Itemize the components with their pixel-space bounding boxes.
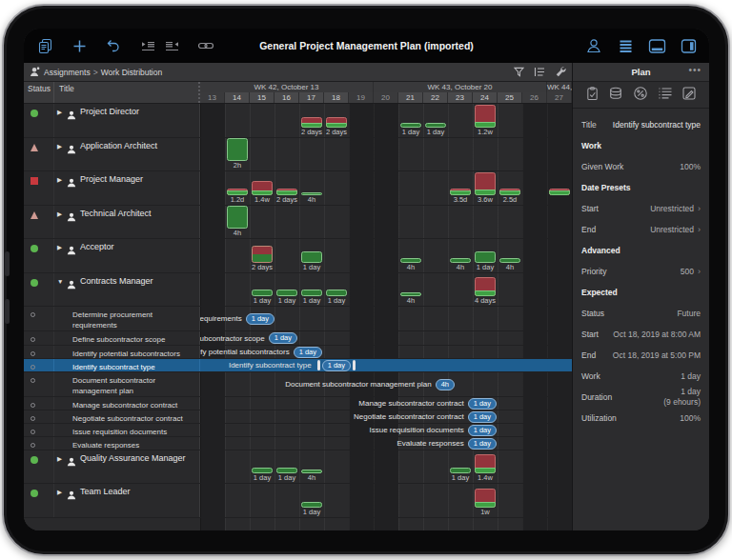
workload-bar-label: 4h bbox=[485, 263, 535, 272]
workload-bar-label: 2h bbox=[213, 161, 262, 170]
workload-bar[interactable] bbox=[475, 454, 496, 473]
view-list-icon[interactable] bbox=[534, 64, 545, 81]
resource-row[interactable]: ▶Project Director2 days2 days1 day1 day1… bbox=[24, 104, 572, 138]
link-icon[interactable] bbox=[196, 36, 215, 55]
show-inspector-icon[interactable] bbox=[679, 36, 698, 55]
disclosure-triangle[interactable]: ▶ bbox=[57, 109, 67, 116]
workload-bar[interactable] bbox=[326, 290, 347, 296]
completion-inspector-icon[interactable] bbox=[633, 86, 648, 105]
workload-bar[interactable] bbox=[301, 290, 322, 296]
workload-bar[interactable] bbox=[301, 117, 322, 128]
gantt-task-line: Identify subcontract type1 day bbox=[229, 360, 357, 371]
task-row[interactable]: Identify subcontract typeIdentify subcon… bbox=[24, 359, 572, 372]
disclosure-triangle[interactable]: ▶ bbox=[57, 244, 67, 251]
view-options-icon[interactable] bbox=[616, 36, 635, 55]
day-header-cell: 16 bbox=[274, 92, 299, 103]
status-overdue-icon bbox=[30, 177, 38, 185]
resource-row[interactable]: ▶Project Manager1.2d1.4w2 days4h3.5d3.6w… bbox=[24, 171, 572, 206]
inspector-field: StatusFuture bbox=[581, 303, 701, 324]
breadcrumb-section[interactable]: Assignments bbox=[44, 68, 91, 77]
workload-bar[interactable] bbox=[475, 277, 496, 296]
workload-bar-label: 1.2w bbox=[460, 128, 510, 137]
styles-inspector-icon[interactable] bbox=[681, 86, 697, 105]
resource-row[interactable]: ▶Acceptor2 days1 day4h4h1 day4h bbox=[24, 239, 572, 273]
workload-bar[interactable] bbox=[475, 251, 496, 263]
duration-pill[interactable]: 1 day bbox=[294, 347, 322, 358]
workload-bar[interactable] bbox=[475, 105, 496, 128]
workload-bar[interactable] bbox=[326, 117, 347, 128]
status-cell bbox=[24, 450, 54, 483]
task-row[interactable]: Document subcontractor management planDo… bbox=[24, 372, 572, 397]
disclosure-triangle[interactable]: ▶ bbox=[57, 176, 67, 184]
workload-bar[interactable] bbox=[301, 251, 322, 263]
documents-icon[interactable] bbox=[35, 36, 54, 55]
duration-pill[interactable]: 1 day bbox=[322, 360, 351, 371]
workload-bar[interactable] bbox=[549, 189, 570, 195]
workload-bar[interactable] bbox=[450, 189, 471, 195]
workload-bar[interactable] bbox=[276, 290, 297, 296]
field-value: 500 bbox=[681, 267, 694, 277]
title-cell: Identify potential subcontractors bbox=[54, 346, 200, 358]
inspector-field[interactable]: EndUnrestricted› bbox=[581, 219, 701, 240]
duration-pill[interactable]: 1 day bbox=[269, 332, 297, 344]
duration-pill[interactable]: 1 day bbox=[468, 425, 497, 436]
duration-pill[interactable]: 1 day bbox=[468, 438, 497, 450]
undo-icon[interactable] bbox=[104, 36, 123, 55]
workload-bar[interactable] bbox=[252, 290, 273, 296]
add-icon[interactable] bbox=[70, 36, 89, 55]
task-row[interactable]: Evaluate responsesEvaluate responses1 da… bbox=[24, 437, 572, 450]
task-row[interactable]: Define subcontractor scopeDefine subcont… bbox=[24, 331, 572, 346]
status-cell bbox=[24, 424, 54, 436]
inspector-field[interactable]: StartUnrestricted› bbox=[581, 198, 701, 219]
workload-bar[interactable] bbox=[227, 138, 248, 161]
resource-row[interactable]: ▼Contracts Manager1 day1 day1 day1 day4h… bbox=[24, 273, 572, 307]
outdent-icon[interactable] bbox=[162, 36, 181, 55]
workload-bar[interactable] bbox=[252, 246, 273, 263]
task-row[interactable]: Determine procurement requirementsDeterm… bbox=[24, 307, 572, 331]
inspector-field[interactable]: Priority500› bbox=[581, 261, 701, 282]
duration-pill[interactable]: 1 day bbox=[468, 411, 497, 423]
tools-icon[interactable] bbox=[555, 64, 566, 81]
disclosure-triangle[interactable]: ▶ bbox=[57, 489, 67, 496]
task-row[interactable]: Negotiate subcontractor contractNegotiat… bbox=[24, 410, 572, 424]
resource-person-icon bbox=[67, 487, 76, 504]
duration-pill[interactable]: 1 day bbox=[246, 313, 274, 325]
workload-bar[interactable] bbox=[252, 181, 273, 195]
duration-pill[interactable]: 4h bbox=[436, 379, 455, 390]
show-bottom-panel-icon[interactable] bbox=[647, 36, 666, 55]
task-row[interactable]: Identify potential subcontractorsIdentif… bbox=[24, 346, 572, 359]
inspector-field[interactable]: Given Work100% bbox=[581, 156, 701, 177]
workload-bar[interactable] bbox=[475, 172, 496, 195]
workload-bar[interactable] bbox=[227, 206, 248, 229]
task-row[interactable]: Manage subcontractor contractManage subc… bbox=[24, 397, 572, 410]
drag-handle-left[interactable] bbox=[317, 360, 320, 370]
day-header-cell: 15 bbox=[250, 92, 274, 103]
drag-handle-right[interactable] bbox=[353, 360, 356, 370]
indent-icon[interactable] bbox=[138, 36, 157, 55]
workload-bar[interactable] bbox=[227, 189, 248, 195]
inspector-field[interactable]: TitleIdentify subcontract type bbox=[581, 114, 701, 135]
workload-bar[interactable] bbox=[475, 489, 496, 508]
resource-row[interactable]: ▶Quality Assurance Manager1 day1 day4h1 … bbox=[24, 450, 572, 484]
disclosure-triangle[interactable]: ▶ bbox=[57, 210, 67, 218]
duration-pill[interactable]: 1 day bbox=[468, 398, 497, 410]
task-row[interactable]: Issue requisition documentsIssue requisi… bbox=[24, 424, 572, 437]
inspector-title: Plan bbox=[631, 67, 650, 77]
filter-icon[interactable] bbox=[514, 64, 524, 81]
disclosure-triangle[interactable]: ▼ bbox=[57, 278, 67, 285]
disclosure-triangle[interactable]: ▶ bbox=[57, 455, 67, 463]
resource-row[interactable]: ▶Application Architect2h bbox=[24, 138, 572, 171]
notes-inspector-icon[interactable] bbox=[658, 87, 673, 104]
resource-row[interactable]: ▶Technical Architect4h bbox=[24, 206, 572, 239]
workload-bar[interactable] bbox=[499, 189, 520, 195]
field-label: End bbox=[581, 350, 596, 360]
costs-inspector-icon[interactable] bbox=[608, 86, 623, 105]
resource-row[interactable]: ▶Team Leader1 day1w bbox=[24, 484, 572, 518]
disclosure-triangle[interactable]: ▶ bbox=[57, 143, 67, 150]
task-inspector-icon[interactable] bbox=[585, 86, 600, 105]
more-options-icon[interactable]: ••• bbox=[688, 65, 702, 75]
breadcrumb-view[interactable]: Work Distribution bbox=[101, 68, 163, 77]
workload-bar[interactable] bbox=[276, 189, 297, 195]
timeline-header: WK 42, October 13WK 43, October 20WK 44,… bbox=[200, 82, 572, 103]
collaboration-icon[interactable] bbox=[584, 36, 603, 55]
